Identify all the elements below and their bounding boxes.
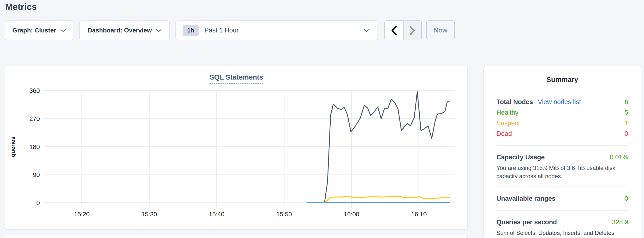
summary-row-capacity: Capacity Usage 0.01% xyxy=(496,152,628,163)
healthy-value: 5 xyxy=(624,107,628,118)
queries-per-second-label: Queries per second xyxy=(496,217,557,227)
capacity-usage-label: Capacity Usage xyxy=(496,152,545,163)
sql-statements-chart[interactable]: 09018027036015:2015:3015:4015:5016:0016:… xyxy=(5,66,468,229)
chart-series-2 xyxy=(325,196,450,203)
chevron-down-icon xyxy=(156,29,162,32)
prev-time-button[interactable] xyxy=(385,21,403,40)
y-tick-label: 270 xyxy=(30,115,40,122)
unavailable-ranges-label: Unavailable ranges xyxy=(496,193,556,204)
summary-row-dead: Dead 0 xyxy=(496,128,628,139)
x-tick-label: 16:10 xyxy=(411,211,426,218)
chart-title[interactable]: SQL Statements xyxy=(210,73,263,84)
summary-row-total-nodes: Total Nodes View nodes list 6 xyxy=(496,97,628,107)
y-tick-label: 360 xyxy=(30,87,40,94)
x-tick-label: 15:40 xyxy=(209,211,224,218)
chevron-down-icon xyxy=(364,29,369,32)
summary-rows: Total Nodes View nodes list 6 Healthy 5 … xyxy=(496,97,628,238)
divider xyxy=(496,187,628,187)
time-range-selector[interactable]: 1h Past 1 Hour xyxy=(176,21,378,40)
qps-description: Sum of Selects, Updates, Inserts, and De… xyxy=(496,229,628,238)
now-button[interactable]: Now xyxy=(426,21,455,40)
view-nodes-link[interactable]: View nodes list xyxy=(538,97,581,107)
time-range-label: Past 1 Hour xyxy=(204,27,239,34)
chevron-down-icon xyxy=(60,29,66,32)
y-tick-label: 0 xyxy=(36,199,40,206)
suspect-value: 1 xyxy=(624,118,628,128)
total-nodes-value: 6 xyxy=(624,97,628,107)
summary-row-unavailable-ranges: Unavailable ranges 0 xyxy=(496,193,628,204)
summary-row-suspect: Suspect 1 xyxy=(496,118,628,128)
x-tick-label: 15:20 xyxy=(74,211,90,218)
capacity-description: You are using 315.9 MiB of 3.6 TiB usabl… xyxy=(496,164,628,180)
divider xyxy=(496,145,628,146)
summary-card: Summary Total Nodes View nodes list 6 He… xyxy=(484,66,641,238)
page-title: Metrics xyxy=(0,0,644,13)
chevron-right-icon xyxy=(409,26,416,35)
dead-value: 0 xyxy=(624,128,628,139)
next-chart-card-sliver xyxy=(5,235,468,238)
y-tick-label: 180 xyxy=(30,143,40,151)
time-range-badge: 1h xyxy=(182,25,199,36)
summary-row-qps: Queries per second 328.9 xyxy=(496,217,628,227)
time-step-buttons xyxy=(384,21,422,40)
suspect-label: Suspect xyxy=(496,118,520,128)
x-tick-label: 15:50 xyxy=(276,211,292,218)
divider xyxy=(496,210,628,211)
summary-row-healthy: Healthy 5 xyxy=(496,107,628,118)
healthy-label: Healthy xyxy=(496,107,518,118)
unavailable-ranges-value: 0 xyxy=(624,193,628,204)
y-axis-label: queries xyxy=(10,137,16,157)
next-time-button-disabled[interactable] xyxy=(403,21,421,40)
queries-per-second-value: 328.9 xyxy=(612,217,628,227)
controls-bar: Graph: Cluster Dashboard: Overview 1h Pa… xyxy=(5,21,455,40)
y-tick-label: 90 xyxy=(33,171,40,178)
total-nodes-label: Total Nodes xyxy=(496,97,533,107)
dashboard-dropdown[interactable]: Dashboard: Overview xyxy=(79,21,170,40)
chevron-left-icon xyxy=(391,26,397,35)
dead-label: Dead xyxy=(496,128,512,139)
graph-dropdown-label: Graph: Cluster xyxy=(12,27,56,34)
summary-title: Summary xyxy=(496,76,628,84)
x-tick-label: 16:00 xyxy=(344,211,359,218)
dashboard-dropdown-label: Dashboard: Overview xyxy=(88,27,152,34)
chart-card: SQL Statements 09018027036015:2015:3015:… xyxy=(5,66,468,229)
x-tick-label: 15:30 xyxy=(141,211,157,218)
capacity-usage-value: 0.01% xyxy=(610,152,628,163)
chart-title-wrap: SQL Statements xyxy=(5,73,468,84)
graph-dropdown[interactable]: Graph: Cluster xyxy=(5,21,74,40)
